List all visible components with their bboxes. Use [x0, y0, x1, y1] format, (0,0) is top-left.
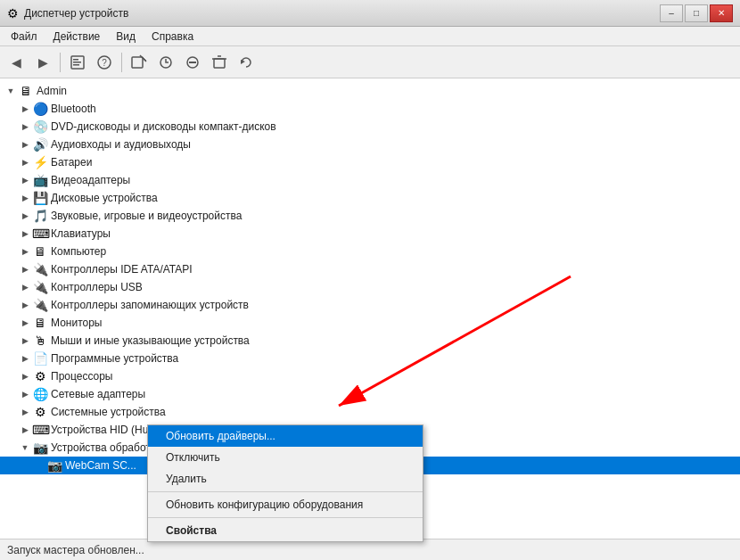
label-ide: Контроллеры IDE ATA/ATAPI	[51, 263, 193, 276]
icon-hid: ⌨	[32, 422, 48, 438]
menu-bar: Файл Действие Вид Справка	[0, 27, 740, 46]
arrow-battery: ▶	[18, 158, 32, 167]
arrow-audio: ▶	[18, 140, 32, 149]
icon-bluetooth: 🔵	[32, 101, 48, 117]
icon-mice: 🖱	[32, 333, 48, 349]
icon-ide: 🔌	[32, 261, 48, 277]
icon-dvd: 💿	[32, 119, 48, 135]
label-battery: Батареи	[51, 156, 92, 169]
icon-keyboard: ⌨	[32, 226, 48, 242]
toolbar-separator-2	[121, 53, 122, 72]
arrow-imaging: ▼	[18, 443, 32, 452]
label-computer: Компьютер	[51, 245, 106, 258]
update-button[interactable]	[153, 50, 178, 75]
arrow-net: ▶	[18, 390, 32, 399]
ctx-refresh-hardware[interactable]: Обновить конфигурацию оборудования	[148, 494, 423, 515]
help-button[interactable]: ?	[92, 50, 117, 75]
app-icon: ⚙	[7, 6, 19, 21]
label-software: Программные устройства	[51, 352, 178, 365]
context-menu: Обновить драйверы... Отключить Удалить О…	[147, 424, 423, 542]
label-webcam: WebCam SC...	[65, 459, 136, 472]
back-button[interactable]: ◀	[4, 50, 29, 75]
icon-computer: 🖥	[32, 243, 48, 259]
status-text: Запуск мастера обновлен...	[7, 544, 144, 556]
title-bar: ⚙ Диспетчер устройств – □ ✕	[0, 0, 740, 27]
tree-item-keyboard[interactable]: ▶⌨Клавиатуры	[0, 225, 740, 243]
forward-button[interactable]: ▶	[30, 50, 55, 75]
label-sys: Системные устройства	[51, 406, 166, 418]
tree-item-dvd[interactable]: ▶💿DVD-дисководы и дисководы компакт-диск…	[0, 118, 740, 136]
arrow-hid: ▶	[18, 425, 32, 434]
tree-item-audio[interactable]: ▶🔊Аудиовходы и аудиовыходы	[0, 136, 740, 153]
menu-action[interactable]: Действие	[46, 29, 108, 45]
tree-item-monitors[interactable]: ▶🖥Мониторы	[0, 314, 740, 332]
tree-item-ide[interactable]: ▶🔌Контроллеры IDE ATA/ATAPI	[0, 260, 740, 278]
tree-item-sys[interactable]: ▶⚙Системные устройства	[0, 403, 740, 421]
arrow-monitors: ▶	[18, 318, 32, 327]
ctx-update-drivers[interactable]: Обновить драйверы...	[148, 425, 423, 447]
tree-item-software[interactable]: ▶📄Программные устройства	[0, 350, 740, 367]
title-controls: – □ ✕	[660, 4, 733, 22]
ctx-sep-2	[148, 517, 423, 518]
scan-button[interactable]	[127, 50, 152, 75]
menu-file[interactable]: Файл	[4, 29, 45, 45]
arrow-computer: ▶	[18, 247, 32, 256]
arrow-ide: ▶	[18, 265, 32, 274]
icon-proc: ⚙	[32, 368, 48, 384]
menu-view[interactable]: Вид	[109, 29, 143, 45]
disable-button[interactable]	[180, 50, 205, 75]
arrow-storage: ▶	[18, 301, 32, 309]
label-proc: Процессоры	[51, 370, 113, 383]
tree-item-disk[interactable]: ▶💾Дисковые устройства	[0, 189, 740, 207]
arrow-bluetooth: ▶	[18, 104, 32, 113]
tree-item-storage[interactable]: ▶🔌Контроллеры запоминающих устройств	[0, 296, 740, 314]
tree-item-mice[interactable]: ▶🖱Мыши и иные указывающие устройства	[0, 332, 740, 350]
icon-net: 🌐	[32, 386, 48, 402]
icon-storage: 🔌	[32, 297, 48, 313]
icon-video: 📺	[32, 172, 48, 188]
icon-battery: ⚡	[32, 154, 48, 170]
ctx-disable[interactable]: Отключить	[148, 447, 423, 468]
ctx-properties[interactable]: Свойства	[148, 520, 423, 541]
tree-item-bluetooth[interactable]: ▶🔵Bluetooth	[0, 100, 740, 118]
uninstall-button[interactable]	[207, 50, 232, 75]
icon-sys: ⚙	[32, 404, 48, 420]
icon-software: 📄	[32, 350, 48, 366]
tree-item-net[interactable]: ▶🌐Сетевые адаптеры	[0, 385, 740, 403]
ctx-remove[interactable]: Удалить	[148, 468, 423, 490]
label-net: Сетевые адаптеры	[51, 388, 145, 400]
minimize-button[interactable]: –	[660, 4, 683, 22]
tree-item-sound[interactable]: ▶🎵Звуковые, игровые и видеоустройства	[0, 207, 740, 225]
svg-marker-14	[241, 60, 245, 64]
close-button[interactable]: ✕	[710, 4, 733, 22]
icon-usb: 🔌	[32, 279, 48, 295]
refresh-hardware-button[interactable]	[234, 50, 259, 75]
toolbar: ◀ ▶ ?	[0, 46, 740, 78]
maximize-button[interactable]: □	[685, 4, 708, 22]
label-sound: Звуковые, игровые и видеоустройства	[51, 210, 242, 222]
label-monitors: Мониторы	[51, 317, 102, 329]
arrow-software: ▶	[18, 354, 32, 363]
window-title: Диспетчер устройств	[24, 7, 128, 20]
tree-item-computer[interactable]: ▶🖥Компьютер	[0, 243, 740, 260]
menu-help[interactable]: Справка	[144, 29, 201, 45]
tree-item-battery[interactable]: ▶⚡Батареи	[0, 153, 740, 171]
tree-item-usb[interactable]: ▶🔌Контроллеры USB	[0, 278, 740, 296]
arrow-keyboard: ▶	[18, 229, 32, 238]
label-mice: Мыши и иные указывающие устройства	[51, 334, 250, 347]
label-audio: Аудиовходы и аудиовыходы	[51, 138, 191, 151]
label-usb: Контроллеры USB	[51, 281, 143, 293]
tree-root[interactable]: ▼ 🖥 Admin	[0, 82, 740, 100]
svg-rect-2	[73, 62, 81, 63]
properties-button[interactable]	[65, 50, 90, 75]
icon-sound: 🎵	[32, 208, 48, 224]
ctx-sep-1	[148, 491, 423, 492]
arrow-disk: ▶	[18, 194, 32, 202]
tree-item-video[interactable]: ▶📺Видеоадаптеры	[0, 171, 740, 189]
tree-item-proc[interactable]: ▶⚙Процессоры	[0, 367, 740, 385]
svg-rect-3	[73, 64, 79, 66]
arrow-proc: ▶	[18, 372, 32, 381]
label-dvd: DVD-дисководы и дисководы компакт-дисков	[51, 120, 276, 133]
arrow-usb: ▶	[18, 283, 32, 292]
arrow-mice: ▶	[18, 336, 32, 345]
